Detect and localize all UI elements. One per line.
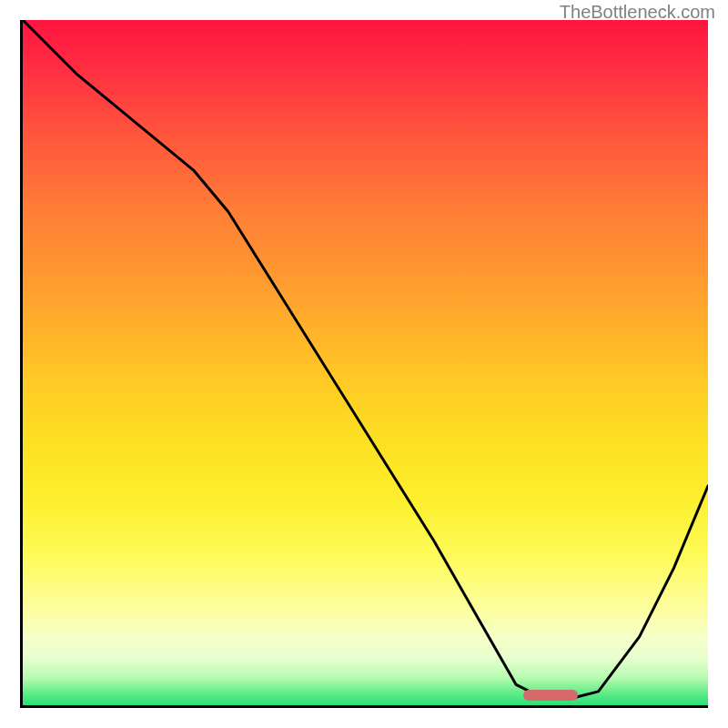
curve-path — [23, 20, 708, 699]
watermark-text: TheBottleneck.com — [560, 2, 715, 23]
bottleneck-curve — [23, 20, 708, 705]
optimal-range-marker — [523, 690, 578, 701]
chart-container: TheBottleneck.com — [0, 0, 728, 728]
